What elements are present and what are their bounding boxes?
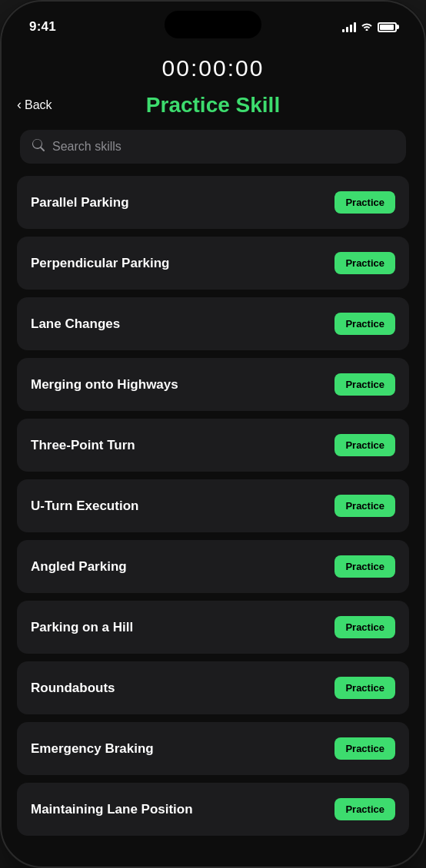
skill-name: U-Turn Execution [31,499,138,514]
skill-name: Three-Point Turn [31,438,135,453]
back-label: Back [25,98,52,112]
list-item: Perpendicular ParkingPractice [17,237,409,290]
page-title: Practice Skill [146,93,280,118]
search-placeholder[interactable]: Search skills [52,140,121,154]
practice-button[interactable]: Practice [334,677,395,699]
list-item: RoundaboutsPractice [17,661,409,714]
dynamic-island [165,11,261,38]
list-item: U-Turn ExecutionPractice [17,479,409,532]
skill-name: Maintaining Lane Position [31,802,193,817]
practice-button[interactable]: Practice [334,252,395,274]
header-row: ‹ Back Practice Skill [2,89,424,121]
wifi-icon [361,21,373,33]
list-item: Parking on a HillPractice [17,601,409,654]
skill-name: Angled Parking [31,559,127,575]
skill-name: Merging onto Highways [31,377,178,393]
status-icons [342,21,397,33]
practice-button[interactable]: Practice [334,191,395,214]
practice-button[interactable]: Practice [334,798,395,820]
practice-button[interactable]: Practice [334,495,395,517]
back-chevron-icon: ‹ [17,97,22,113]
list-item: Parallel ParkingPractice [17,176,409,229]
skill-name: Lane Changes [31,316,120,332]
practice-button[interactable]: Practice [334,434,395,456]
list-item: Angled ParkingPractice [17,540,409,593]
practice-button[interactable]: Practice [334,555,395,578]
phone-shell: 9:41 00:00:00 ‹ Back Practice Skill [0,0,426,868]
list-item: Merging onto HighwaysPractice [17,358,409,411]
search-icon [32,139,45,154]
skill-name: Parallel Parking [31,195,129,210]
skill-name: Roundabouts [31,681,115,696]
practice-button[interactable]: Practice [334,616,395,638]
list-item: Three-Point TurnPractice [17,419,409,472]
back-button[interactable]: ‹ Back [17,97,52,113]
search-container: Search skills [2,121,424,176]
list-item: Lane ChangesPractice [17,297,409,350]
status-time: 9:41 [29,19,56,35]
skill-name: Emergency Braking [31,741,154,757]
skill-name: Perpendicular Parking [31,256,169,271]
practice-button[interactable]: Practice [334,313,395,335]
list-item: Maintaining Lane PositionPractice [17,783,409,836]
signal-icon [342,22,356,32]
practice-button[interactable]: Practice [334,373,395,396]
timer-section: 00:00:00 [2,41,424,89]
list-item: Emergency BrakingPractice [17,722,409,775]
battery-icon [378,22,397,32]
search-bar[interactable]: Search skills [20,130,406,164]
skills-list: Parallel ParkingPracticePerpendicular Pa… [2,176,424,843]
timer-display: 00:00:00 [162,55,265,81]
skill-name: Parking on a Hill [31,620,133,635]
practice-button[interactable]: Practice [334,737,395,760]
